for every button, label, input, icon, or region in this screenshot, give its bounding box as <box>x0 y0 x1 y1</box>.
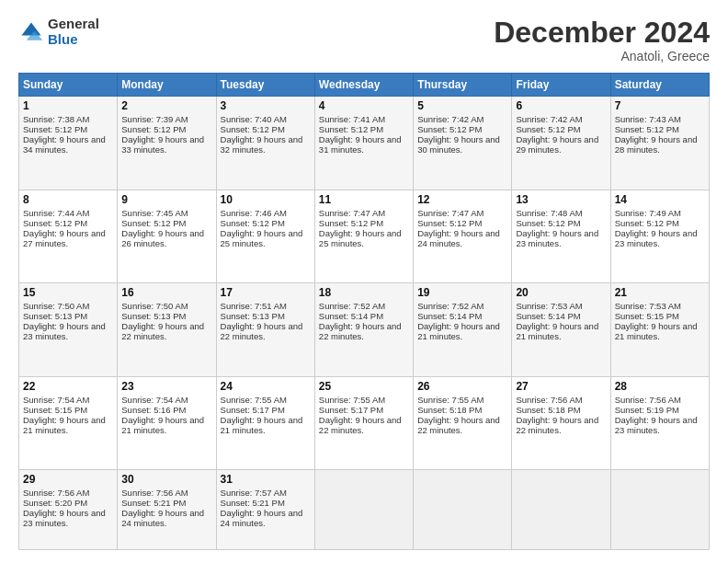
cell-week1-day6: 7 Sunrise: 7:43 AM Sunset: 5:12 PM Dayli… <box>610 97 709 190</box>
day-number: 25 <box>319 380 409 393</box>
day-number: 16 <box>121 286 211 299</box>
day-number: 12 <box>417 193 507 206</box>
sunrise-label: Sunrise: 7:53 AM <box>516 301 582 311</box>
cell-week5-day6 <box>610 470 709 550</box>
cell-week5-day2: 31 Sunrise: 7:57 AM Sunset: 5:21 PM Dayl… <box>216 470 314 550</box>
week-row-2: 8 Sunrise: 7:44 AM Sunset: 5:12 PM Dayli… <box>19 190 710 283</box>
sunrise-label: Sunrise: 7:49 AM <box>615 208 681 218</box>
day-number: 15 <box>23 286 113 299</box>
day-number: 18 <box>319 286 409 299</box>
cell-week2-day2: 10 Sunrise: 7:46 AM Sunset: 5:12 PM Dayl… <box>216 190 314 283</box>
day-number: 23 <box>121 380 211 393</box>
sunset-label: Sunset: 5:12 PM <box>121 124 186 134</box>
day-number: 14 <box>615 193 705 206</box>
daylight-label: Daylight: 9 hours and 21 minutes. <box>615 321 698 341</box>
sunset-label: Sunset: 5:12 PM <box>516 218 580 228</box>
day-number: 30 <box>121 473 211 486</box>
sunrise-label: Sunrise: 7:44 AM <box>23 208 89 218</box>
header-monday: Monday <box>118 74 216 97</box>
sunset-label: Sunset: 5:12 PM <box>615 218 679 228</box>
cell-week2-day3: 11 Sunrise: 7:47 AM Sunset: 5:12 PM Dayl… <box>314 190 413 283</box>
daylight-label: Daylight: 9 hours and 27 minutes. <box>23 228 106 248</box>
day-number: 1 <box>23 99 113 112</box>
daylight-label: Daylight: 9 hours and 22 minutes. <box>319 321 402 341</box>
day-number: 22 <box>23 380 113 393</box>
cell-week3-day4: 19 Sunrise: 7:52 AM Sunset: 5:14 PM Dayl… <box>414 283 512 377</box>
sunrise-label: Sunrise: 7:56 AM <box>121 488 188 498</box>
sunset-label: Sunset: 5:12 PM <box>23 124 87 134</box>
cell-week4-day5: 27 Sunrise: 7:56 AM Sunset: 5:18 PM Dayl… <box>512 376 610 470</box>
sunrise-label: Sunrise: 7:45 AM <box>121 208 188 218</box>
sunrise-label: Sunrise: 7:40 AM <box>221 114 287 124</box>
sunset-label: Sunset: 5:17 PM <box>221 405 285 415</box>
sunset-label: Sunset: 5:12 PM <box>417 124 482 134</box>
header-sunday: Sunday <box>19 74 118 97</box>
daylight-label: Daylight: 9 hours and 29 minutes. <box>516 134 598 155</box>
sunset-label: Sunset: 5:18 PM <box>516 405 580 415</box>
cell-week2-day6: 14 Sunrise: 7:49 AM Sunset: 5:12 PM Dayl… <box>610 190 709 283</box>
sunrise-label: Sunrise: 7:56 AM <box>615 395 681 405</box>
sunset-label: Sunset: 5:21 PM <box>221 498 285 508</box>
sunset-label: Sunset: 5:12 PM <box>221 124 285 134</box>
logo-text: General Blue <box>48 17 99 47</box>
daylight-label: Daylight: 9 hours and 24 minutes. <box>121 508 204 528</box>
sunrise-label: Sunrise: 7:55 AM <box>417 395 483 405</box>
day-number: 2 <box>121 99 211 112</box>
day-number: 4 <box>319 99 409 112</box>
sunset-label: Sunset: 5:18 PM <box>417 405 482 415</box>
sunrise-label: Sunrise: 7:55 AM <box>221 395 287 405</box>
sunrise-label: Sunrise: 7:38 AM <box>23 114 89 124</box>
day-number: 8 <box>23 193 113 206</box>
cell-week2-day1: 9 Sunrise: 7:45 AM Sunset: 5:12 PM Dayli… <box>118 190 216 283</box>
sunset-label: Sunset: 5:12 PM <box>121 218 186 228</box>
daylight-label: Daylight: 9 hours and 28 minutes. <box>615 134 698 155</box>
cell-week4-day1: 23 Sunrise: 7:54 AM Sunset: 5:16 PM Dayl… <box>118 376 216 470</box>
cell-week4-day0: 22 Sunrise: 7:54 AM Sunset: 5:15 PM Dayl… <box>19 376 118 470</box>
day-number: 21 <box>615 286 705 299</box>
location: Anatoli, Greece <box>494 49 710 63</box>
cell-week4-day3: 25 Sunrise: 7:55 AM Sunset: 5:17 PM Dayl… <box>314 376 413 470</box>
sunset-label: Sunset: 5:12 PM <box>319 124 383 134</box>
daylight-label: Daylight: 9 hours and 23 minutes. <box>23 508 106 528</box>
cell-week2-day4: 12 Sunrise: 7:47 AM Sunset: 5:12 PM Dayl… <box>414 190 512 283</box>
sunrise-label: Sunrise: 7:51 AM <box>221 301 287 311</box>
sunset-label: Sunset: 5:20 PM <box>23 498 87 508</box>
cell-week4-day2: 24 Sunrise: 7:55 AM Sunset: 5:17 PM Dayl… <box>216 376 314 470</box>
daylight-label: Daylight: 9 hours and 21 minutes. <box>121 415 204 435</box>
sunset-label: Sunset: 5:15 PM <box>23 405 87 415</box>
sunset-label: Sunset: 5:19 PM <box>615 405 679 415</box>
daylight-label: Daylight: 9 hours and 22 minutes. <box>319 415 402 435</box>
day-number: 20 <box>516 286 606 299</box>
daylight-label: Daylight: 9 hours and 32 minutes. <box>221 134 303 155</box>
sunset-label: Sunset: 5:17 PM <box>319 405 383 415</box>
cell-week1-day5: 6 Sunrise: 7:42 AM Sunset: 5:12 PM Dayli… <box>512 97 610 190</box>
cell-week5-day3 <box>314 470 413 550</box>
sunrise-label: Sunrise: 7:52 AM <box>417 301 483 311</box>
day-number: 9 <box>121 193 211 206</box>
daylight-label: Daylight: 9 hours and 22 minutes. <box>221 321 303 341</box>
cell-week4-day4: 26 Sunrise: 7:55 AM Sunset: 5:18 PM Dayl… <box>414 376 512 470</box>
sunset-label: Sunset: 5:12 PM <box>319 218 383 228</box>
cell-week5-day0: 29 Sunrise: 7:56 AM Sunset: 5:20 PM Dayl… <box>19 470 118 550</box>
sunrise-label: Sunrise: 7:42 AM <box>516 114 582 124</box>
weekday-header-row: Sunday Monday Tuesday Wednesday Thursday… <box>19 74 710 97</box>
page: General Blue December 2024 Anatoli, Gree… <box>0 0 728 563</box>
daylight-label: Daylight: 9 hours and 21 minutes. <box>417 321 500 341</box>
sunrise-label: Sunrise: 7:56 AM <box>23 488 89 498</box>
daylight-label: Daylight: 9 hours and 23 minutes. <box>23 321 106 341</box>
day-number: 3 <box>221 99 311 112</box>
cell-week2-day5: 13 Sunrise: 7:48 AM Sunset: 5:12 PM Dayl… <box>512 190 610 283</box>
month-title: December 2024 <box>494 17 710 49</box>
day-number: 7 <box>615 99 705 112</box>
daylight-label: Daylight: 9 hours and 23 minutes. <box>615 228 698 248</box>
sunrise-label: Sunrise: 7:47 AM <box>417 208 483 218</box>
sunset-label: Sunset: 5:12 PM <box>615 124 679 134</box>
sunrise-label: Sunrise: 7:53 AM <box>615 301 681 311</box>
sunrise-label: Sunrise: 7:54 AM <box>23 395 89 405</box>
sunrise-label: Sunrise: 7:50 AM <box>23 301 89 311</box>
cell-week1-day4: 5 Sunrise: 7:42 AM Sunset: 5:12 PM Dayli… <box>414 97 512 190</box>
day-number: 13 <box>516 193 606 206</box>
daylight-label: Daylight: 9 hours and 23 minutes. <box>516 228 598 248</box>
daylight-label: Daylight: 9 hours and 31 minutes. <box>319 134 402 155</box>
sunrise-label: Sunrise: 7:48 AM <box>516 208 582 218</box>
